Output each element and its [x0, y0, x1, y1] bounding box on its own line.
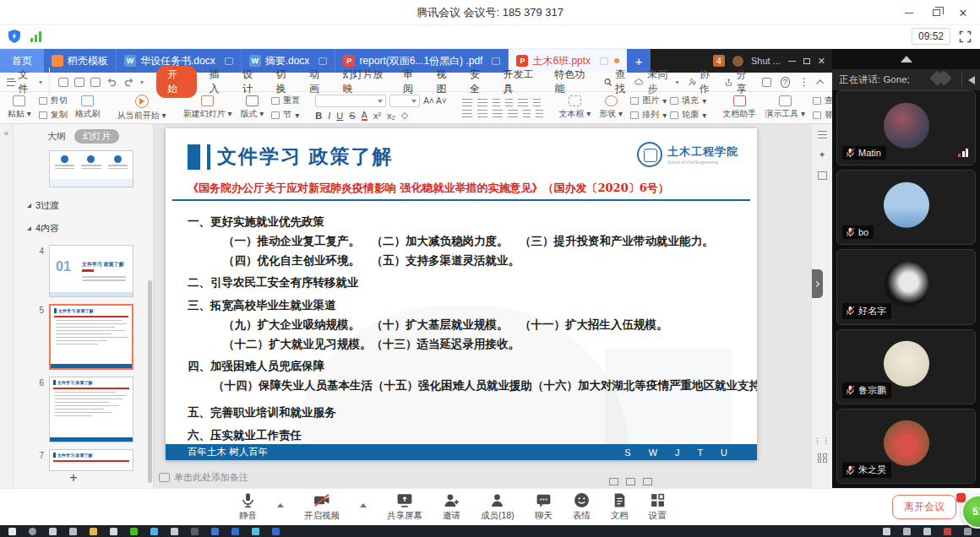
taskbar-app-icon[interactable]	[69, 528, 77, 535]
current-slide[interactable]: 文件学习 政策了解 土木工程学院 School of Civil Enginee…	[166, 128, 757, 460]
paste-button[interactable]: 粘贴 ▾	[3, 95, 35, 120]
section-transition[interactable]: 3过渡	[14, 191, 153, 214]
play-from-current-button[interactable]: 从当前开始 ▾	[113, 95, 171, 122]
font-color-button[interactable]: A	[362, 111, 368, 121]
taskbar-tray-icon[interactable]	[903, 528, 911, 535]
taskbar-app-icon[interactable]	[272, 528, 280, 535]
presenter-tools-button[interactable]: 演示工具 ▾	[760, 95, 809, 120]
chat-button[interactable]: 聊天	[535, 492, 553, 522]
taskbar-app-icon[interactable]	[191, 528, 199, 535]
slide-canvas[interactable]: 文件学习 政策了解 土木工程学院 School of Civil Enginee…	[154, 124, 811, 488]
line-spacing-icon[interactable]	[533, 99, 541, 106]
numbered-list-icon[interactable]	[477, 99, 487, 106]
reset-button[interactable]: 重置	[271, 95, 300, 106]
slide-thumbnail[interactable]	[49, 150, 133, 187]
slide-sorter-grid-icon[interactable]	[818, 453, 827, 463]
tab-preview-icon[interactable]	[492, 57, 500, 65]
increase-indent-icon[interactable]	[505, 99, 513, 106]
protection-shield-icon[interactable]	[7, 29, 22, 44]
tab-preview-icon[interactable]	[318, 57, 327, 65]
taskbar-app-icon[interactable]	[211, 528, 219, 535]
menu-security[interactable]: 安全	[463, 68, 494, 96]
tab-docer[interactable]: 稻壳模板	[44, 49, 117, 73]
mic-options-caret[interactable]	[277, 503, 284, 507]
slide-layout-button[interactable]: 版式 ▾	[236, 95, 268, 120]
file-menu[interactable]: 文件▾	[7, 68, 50, 96]
collapse-ribbon-icon[interactable]	[816, 79, 824, 87]
settings-button[interactable]: 设置	[649, 492, 667, 522]
taskbar-app-icon[interactable]	[231, 528, 239, 535]
bullet-list-icon[interactable]	[462, 99, 472, 106]
format-painter-button[interactable]: 格式刷	[71, 95, 105, 120]
window-pin-icon[interactable]	[762, 78, 770, 87]
beautify-icon[interactable]: ✦	[818, 149, 825, 160]
start-video-button[interactable]: 开启视频	[304, 492, 340, 522]
policy-document-title[interactable]: 《国务院办公厅关于应对新冠肺炎疫情影响 强化稳就业举措的实施意见》（国办发〔20…	[188, 181, 740, 196]
clear-format-button[interactable]: ◇	[401, 110, 408, 121]
properties-pane-icon[interactable]	[818, 131, 827, 138]
fullscreen-icon[interactable]	[959, 30, 972, 43]
sync-status[interactable]: 未同步▾	[634, 68, 678, 96]
save-icon[interactable]	[58, 78, 68, 87]
slide-thumbnail-4[interactable]: 01 文件学习 政策了解	[49, 245, 133, 297]
menu-start[interactable]: 开始	[156, 66, 196, 98]
copy-button[interactable]: 复制	[39, 109, 68, 121]
thumbnail-scrollbar[interactable]	[148, 280, 152, 483]
normal-view-icon[interactable]	[609, 478, 618, 485]
decrease-indent-icon[interactable]	[493, 99, 500, 106]
members-button[interactable]: 成员(18)	[481, 492, 514, 522]
participant-tile-zhuzhihao[interactable]: 朱之昊	[836, 409, 976, 484]
help-icon[interactable]: ?	[781, 77, 790, 88]
collapse-panel-strip[interactable]: «	[0, 124, 14, 488]
expand-pane-chevron[interactable]	[812, 269, 823, 298]
taskbar-app-icon[interactable]	[171, 528, 178, 535]
share-screen-button[interactable]: 共享屏幕	[387, 492, 422, 522]
taskbar-app-icon[interactable]	[252, 528, 259, 535]
bg-restore-icon[interactable]	[803, 58, 810, 64]
strikethrough-button[interactable]: S	[349, 111, 355, 121]
section-button[interactable]: 节 ▾	[271, 109, 300, 121]
textbox-button[interactable]: 文本框 ▾	[555, 95, 596, 120]
emoji-button[interactable]: 表情	[573, 492, 591, 522]
slides-tab[interactable]: 幻灯片	[74, 129, 119, 144]
taskbar-app-icon[interactable]	[150, 528, 158, 535]
leave-meeting-button[interactable]: 离开会议	[892, 495, 956, 519]
slide-body-text[interactable]: 一、更好实施就业优先政策 （一）推动企业复工复产。 （二）加大减负稳岗力度。 （…	[188, 212, 742, 445]
italic-button[interactable]: I	[328, 111, 330, 121]
menu-transition[interactable]: 切换	[269, 68, 300, 96]
menu-devtools[interactable]: 开发工具	[497, 68, 547, 96]
font-name-select[interactable]	[315, 95, 386, 107]
undo-icon[interactable]	[106, 77, 117, 87]
cut-button[interactable]: 剪切	[39, 95, 68, 106]
paragraph-settings-icon[interactable]	[536, 110, 543, 117]
network-signal-icon[interactable]	[30, 30, 41, 42]
camera-options-caret[interactable]	[360, 503, 367, 507]
slide-thumbnail-7[interactable]: 文件学习 政策了解	[49, 449, 133, 471]
underline-button[interactable]: U	[336, 111, 343, 121]
font-size-select[interactable]	[389, 95, 420, 107]
participant-tile-bo[interactable]: bo	[836, 170, 976, 245]
menu-find[interactable]: 查找	[599, 68, 633, 96]
restore-button[interactable]	[923, 0, 950, 25]
doc-assistant-button[interactable]: 文档助手	[718, 95, 760, 120]
participant-tile-haomingzi[interactable]: 好名字	[836, 249, 976, 324]
taskbar-tray-icon[interactable]	[964, 528, 972, 535]
align-left-icon[interactable]	[462, 110, 472, 117]
bg-close-icon[interactable]: ✕	[818, 56, 825, 67]
participant-tile-matin[interactable]: Matin	[836, 90, 976, 165]
taskbar-app-icon[interactable]	[130, 528, 138, 535]
picture-button[interactable]: 图片 ▾ 填充 ▾	[630, 95, 706, 106]
redo-icon[interactable]	[123, 77, 134, 87]
menu-design[interactable]: 设计	[236, 68, 267, 96]
shapes-button[interactable]: 形状 ▾	[595, 95, 627, 120]
collaborate-button[interactable]: 协作	[689, 68, 716, 96]
menu-features[interactable]: 特色功能	[547, 68, 597, 96]
slide-thumbnail-5-selected[interactable]: 文件学习 政策了解	[49, 304, 133, 370]
docs-button[interactable]: 文档	[611, 492, 629, 522]
align-center-icon[interactable]	[477, 110, 487, 117]
add-slide-button[interactable]: +	[69, 469, 78, 486]
superscript-button[interactable]: x²	[373, 111, 381, 121]
mute-button[interactable]: 静音	[239, 492, 257, 522]
slide-thumbnail-6[interactable]: 文件学习 政策了解	[49, 377, 133, 442]
arrange-button[interactable]: 排列 ▾ 轮廓 ▾	[630, 109, 706, 121]
